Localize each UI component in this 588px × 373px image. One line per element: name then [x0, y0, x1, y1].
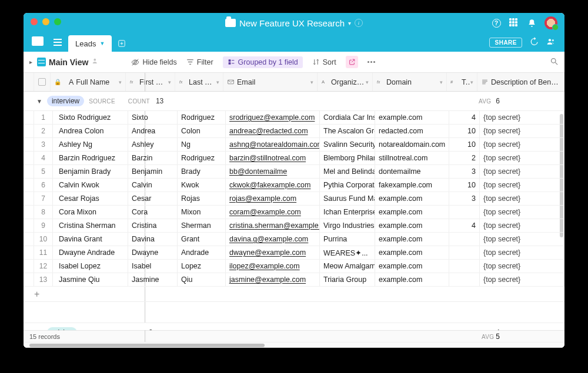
cell-team[interactable]: 10 [449, 179, 480, 191]
cell-full-name[interactable]: Isabel Lopez [53, 260, 128, 273]
cell-last-name[interactable]: Sherman [178, 219, 226, 232]
chevron-down-icon[interactable]: ▼ [36, 98, 42, 105]
close-window-icon[interactable] [31, 18, 38, 25]
cell-domain[interactable]: example.com [375, 233, 449, 246]
expand-record-icon[interactable] [24, 219, 34, 232]
column-header-domain[interactable]: fx Domain ▾ [373, 73, 447, 91]
base-title[interactable]: New Feature UX Research [239, 18, 345, 28]
table-row[interactable]: 2 Andrea Colon Andrea Colon andreac@reda… [24, 125, 564, 138]
cell-team[interactable]: 10 [449, 138, 480, 151]
minimize-window-icon[interactable] [42, 18, 49, 25]
sidebar-toggle-icon[interactable]: ▸ [29, 59, 32, 65]
cell-organization[interactable]: Blemborg Philanth... [320, 152, 375, 164]
cell-organization[interactable]: Meow Amalgamate [320, 260, 375, 273]
cell-last-name[interactable]: Grant [178, 233, 226, 246]
search-icon[interactable] [550, 57, 559, 68]
cell-description[interactable]: {top secret} [480, 138, 564, 151]
cell-email[interactable]: andreac@redacted.com [226, 125, 320, 137]
chevron-down-icon[interactable]: ▼ [36, 330, 42, 331]
cell-first-name[interactable]: Barzin [128, 152, 178, 164]
cell-domain[interactable]: notarealdomain.com [375, 138, 449, 151]
more-icon[interactable] [368, 61, 375, 63]
cell-domain[interactable]: dontemailme [375, 165, 449, 178]
cell-last-name[interactable]: Lopez [178, 260, 226, 273]
cell-description[interactable]: {top secret} [480, 192, 564, 205]
cell-email[interactable]: ilopez@example.com [226, 260, 320, 273]
expand-record-icon[interactable] [24, 125, 34, 137]
expand-record-icon[interactable] [24, 273, 34, 286]
cell-team[interactable]: 3 [449, 192, 480, 205]
column-header-last-name[interactable]: fx Last Name ▾ [175, 73, 223, 91]
column-header-first-name[interactable]: fx First Name ▾ [126, 73, 175, 91]
filter-button[interactable]: Filter [186, 58, 213, 66]
expand-record-icon[interactable] [24, 206, 34, 219]
cell-team[interactable] [449, 260, 480, 273]
cell-organization[interactable]: WEARES✦... [320, 246, 375, 259]
cell-full-name[interactable]: Calvin Kwok [53, 179, 128, 191]
expand-record-icon[interactable] [24, 165, 34, 178]
cell-description[interactable]: {top secret} [480, 125, 564, 137]
cell-domain[interactable]: example.com [375, 111, 449, 124]
cell-organization[interactable]: Pythia Corporation [320, 179, 375, 191]
cell-email[interactable]: barzin@stillnotreal.com [226, 152, 320, 164]
cell-full-name[interactable]: Dwayne Andrade [53, 246, 128, 259]
cell-domain[interactable]: stillnotreal.com [375, 152, 449, 164]
cell-domain[interactable]: example.com [375, 246, 449, 259]
cell-full-name[interactable]: Ashley Ng [53, 138, 128, 151]
cell-description[interactable]: {top secret} [480, 152, 564, 164]
cell-first-name[interactable]: Jasmine [128, 273, 178, 286]
cell-team[interactable] [449, 206, 480, 219]
cell-team[interactable] [449, 233, 480, 246]
cell-description[interactable]: {top secret} [480, 206, 564, 219]
apps-grid-icon[interactable] [509, 18, 519, 28]
cell-organization[interactable]: The Ascalon Group [320, 125, 375, 137]
cell-email[interactable]: rojas@example.com [226, 192, 320, 205]
cell-full-name[interactable]: Barzin Rodriguez [53, 152, 128, 164]
cell-email[interactable]: dwayne@example.com [226, 246, 320, 259]
share-view-button[interactable] [346, 56, 358, 68]
cell-domain[interactable]: redacted.com [375, 125, 449, 137]
cell-full-name[interactable]: Andrea Colon [53, 125, 128, 137]
cell-first-name[interactable]: Isabel [128, 260, 178, 273]
table-row[interactable]: 9 Cristina Sherman Cristina Sherman cris… [24, 219, 564, 233]
table-row[interactable]: 13 Jasmine Qiu Jasmine Qiu jasmine@examp… [24, 273, 564, 287]
group-header[interactable]: ▼ pricing SOURCE COUNT 2 AVG 4 [24, 323, 564, 330]
cell-full-name[interactable]: Jasmine Qiu [53, 273, 128, 286]
column-header-email[interactable]: Email ▾ [223, 73, 318, 91]
cell-description[interactable]: {top secret} [480, 273, 564, 286]
cell-organization[interactable]: Ichan Enterprises [320, 206, 375, 219]
maximize-window-icon[interactable] [54, 18, 61, 25]
cell-last-name[interactable]: Qiu [178, 273, 226, 286]
cell-domain[interactable]: example.com [375, 206, 449, 219]
cell-last-name[interactable]: Kwok [178, 179, 226, 191]
expand-record-icon[interactable] [24, 246, 34, 259]
cell-last-name[interactable]: Andrade [178, 246, 226, 259]
cell-last-name[interactable]: Ng [178, 138, 226, 151]
cell-organization[interactable]: Virgo Industries [320, 219, 375, 232]
cell-full-name[interactable]: Cristina Sherman [53, 219, 128, 232]
cell-organization[interactable]: Mel and Belinda Y... [320, 165, 375, 178]
cell-email[interactable]: ashng@notarealdomain.com [226, 138, 320, 151]
cell-first-name[interactable]: Andrea [128, 125, 178, 137]
cell-team[interactable]: 10 [449, 125, 480, 137]
horizontal-scrollbar[interactable] [24, 342, 564, 348]
people-icon[interactable] [546, 37, 556, 48]
cell-full-name[interactable]: Cesar Rojas [53, 192, 128, 205]
expand-record-icon[interactable] [24, 111, 34, 124]
bell-icon[interactable] [527, 18, 536, 28]
table-row[interactable]: 11 Dwayne Andrade Dwayne Andrade dwayne@… [24, 246, 564, 260]
cell-last-name[interactable]: Mixon [178, 206, 226, 219]
cell-email[interactable]: srodriguez@example.com [226, 111, 320, 124]
table-row[interactable]: 10 Davina Grant Davina Grant davina.g@ex… [24, 233, 564, 246]
cell-domain[interactable]: example.com [375, 192, 449, 205]
table-row[interactable]: 1 Sixto Rodriguez Sixto Rodriguez srodri… [24, 111, 564, 125]
cell-description[interactable]: {top secret} [480, 179, 564, 191]
cell-domain[interactable]: example.com [375, 260, 449, 273]
cell-last-name[interactable]: Rodriguez [178, 111, 226, 124]
cell-team[interactable]: 4 [449, 111, 480, 124]
cell-email[interactable]: davina.g@example.com [226, 233, 320, 246]
chevron-down-icon[interactable]: ▼ [99, 41, 105, 46]
info-icon[interactable]: i [355, 19, 363, 27]
cell-last-name[interactable]: Colon [178, 125, 226, 137]
cell-team[interactable] [449, 273, 480, 286]
